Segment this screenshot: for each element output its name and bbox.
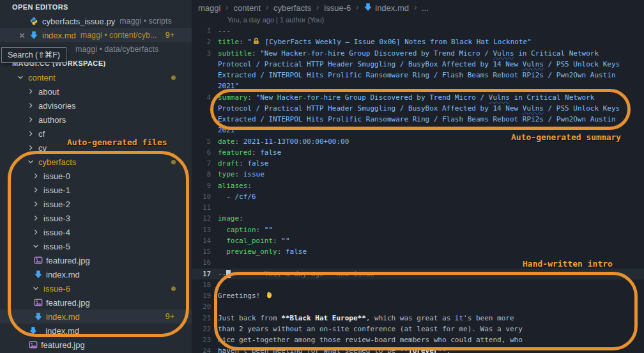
- code-line[interactable]: 16: [192, 257, 644, 268]
- close-icon[interactable]: [17, 30, 27, 40]
- tree-item-issue-6[interactable]: issue-6: [0, 281, 192, 295]
- breadcrumb-item[interactable]: cyberfacts: [273, 3, 311, 13]
- tree-item-issue-4[interactable]: issue-4: [0, 225, 192, 239]
- code-line[interactable]: 19Greetings!: [192, 290, 644, 301]
- line-number: 5: [192, 136, 211, 147]
- tree-item-issue-2[interactable]: issue-2: [0, 197, 192, 211]
- open-editors-header[interactable]: OPEN EDITORS: [0, 0, 192, 14]
- code-line[interactable]: 8type: issue: [192, 169, 644, 180]
- inline-blame: You, a day ago • new issue: [264, 270, 374, 278]
- code-line[interactable]: 2021": [192, 81, 644, 91]
- code-line[interactable]: 13 caption: "": [192, 224, 644, 235]
- tree-item-label: index.md: [46, 270, 80, 279]
- tree-item-featured.jpg[interactable]: featured.jpg: [0, 253, 192, 267]
- code-line[interactable]: 4summary: "New Hacker-for-hire Group Dis…: [192, 92, 644, 103]
- breadcrumb-item[interactable]: index.md: [364, 3, 409, 13]
- code-line[interactable]: Extracted / INTERPOL Hits Prolific Ranso…: [192, 70, 644, 81]
- code-token: false: [286, 247, 307, 256]
- tree-item-index.md[interactable]: index.md9+: [0, 310, 192, 324]
- code-line[interactable]: Extracted / INTERPOL Hits Prolific Ranso…: [192, 114, 644, 125]
- editor-code-area[interactable]: 1---2title: " [CyberFacts Weekly — Issue…: [192, 26, 644, 353]
- code-line[interactable]: 23nice get-together among those review-b…: [192, 334, 644, 345]
- code-line[interactable]: 10 - /cf/6: [192, 191, 644, 202]
- code-line[interactable]: 9aliases:: [192, 180, 644, 191]
- code-line[interactable]: 24haven't been meeting for what seemed t…: [192, 345, 644, 353]
- sep-icon: [224, 4, 230, 11]
- code-token: type: [218, 170, 235, 178]
- code-token: Greetings!: [218, 292, 264, 300]
- tree-item-advisories[interactable]: advisories: [0, 98, 192, 113]
- chevron-right-icon[interactable]: [31, 185, 41, 195]
- code-line[interactable]: 1---: [192, 26, 644, 36]
- code-line[interactable]: 17---You, a day ago • new issue: [192, 269, 644, 279]
- chevron-down-icon[interactable]: [15, 72, 26, 82]
- tree-item-featured.jpg[interactable]: featured.jpg: [0, 338, 192, 352]
- chevron-right-icon[interactable]: [31, 199, 41, 209]
- code-line[interactable]: 2021": [192, 125, 644, 136]
- breadcrumb-item[interactable]: issue-6: [324, 3, 351, 13]
- code-token: title: [218, 38, 239, 46]
- code-line[interactable]: 14 focal_point: "": [192, 235, 644, 246]
- breadcrumb-item[interactable]: content: [233, 3, 261, 13]
- code-line[interactable]: 2title: " [CyberFacts Weekly — Issue 0x0…: [192, 36, 644, 47]
- python-icon: [29, 16, 39, 26]
- chevron-right-icon[interactable]: [26, 100, 36, 111]
- tree-item-cyberfacts[interactable]: cyberfacts: [0, 155, 192, 169]
- tree-item-issue-1[interactable]: issue-1: [0, 183, 192, 197]
- code-text: title: " [CyberFacts Weekly — Issue 0x06…: [211, 36, 532, 47]
- tree-item-issue-3[interactable]: issue-3: [0, 211, 192, 225]
- chevron-right-icon[interactable]: [26, 143, 36, 153]
- tree-item-featured.jpg[interactable]: featured.jpg: [0, 295, 192, 310]
- code-line[interactable]: Protocol / Practical HTTP Header Smuggli…: [192, 59, 644, 70]
- chevron-right-icon[interactable]: [26, 86, 36, 97]
- tree-item-issue-5[interactable]: issue-5: [0, 239, 192, 253]
- code-line[interactable]: 7draft: false: [192, 158, 644, 169]
- line-number: 21: [192, 313, 211, 324]
- open-editor-item[interactable]: index.mdmaggi • content/cyb...9+: [0, 28, 192, 42]
- breadcrumb-item[interactable]: maggi: [198, 3, 220, 13]
- tree-item-issue-0[interactable]: issue-0: [0, 169, 192, 183]
- chevron-right-icon[interactable]: [26, 114, 36, 125]
- file-tree: contentaboutadvisoriesauthorscfcvcyberfa…: [0, 70, 192, 352]
- tree-item-label: index.md: [46, 312, 80, 322]
- code-line[interactable]: 20: [192, 301, 644, 312]
- breadcrumb-item[interactable]: ...: [422, 3, 429, 13]
- tree-item-label: cyberfacts: [38, 157, 76, 167]
- code-line[interactable]: Protocol / Practical HTTP Header Smuggli…: [192, 103, 644, 114]
- code-line[interactable]: 18: [192, 279, 644, 290]
- tree-item-cv[interactable]: cv: [0, 141, 192, 155]
- code-line[interactable]: 3subtitle: "New Hacker-for-hire Group Di…: [192, 48, 644, 59]
- chevron-right-icon[interactable]: [26, 129, 36, 139]
- open-editor-item[interactable]: cyberfacts_issue.pymaggi • scripts: [0, 14, 192, 28]
- chevron-right-icon[interactable]: [31, 227, 41, 237]
- line-number: 1: [192, 26, 211, 36]
- code-line[interactable]: 15 preview_only: false: [192, 246, 644, 257]
- tree-item-index.md[interactable]: index.md: [0, 267, 192, 281]
- line-number: 4: [192, 92, 211, 103]
- code-text: focal_point: "": [211, 235, 290, 246]
- tree-item-about[interactable]: about: [0, 84, 192, 98]
- code-line[interactable]: 21Just back from **Black Hat Europe**, w…: [192, 313, 644, 324]
- code-text: than 2 years without an on-site conferen…: [211, 324, 523, 334]
- chevron-down-icon[interactable]: [26, 157, 36, 167]
- tree-item-content[interactable]: content: [0, 70, 192, 84]
- code-line[interactable]: 6featured: false: [192, 147, 644, 158]
- chevron-down-icon[interactable]: [31, 241, 41, 251]
- code-line[interactable]: 5date: 2021-11-13T00:00:00+00:00: [192, 136, 644, 147]
- chevron-right-icon[interactable]: [31, 213, 41, 223]
- code-line[interactable]: 12image:: [192, 213, 644, 224]
- line-number: 16: [192, 257, 211, 268]
- chevron-down-icon[interactable]: [31, 283, 41, 294]
- chevron-down-icon[interactable]: [2, 2, 12, 12]
- markdown-icon: [364, 3, 372, 13]
- chevron-right-icon[interactable]: [31, 171, 41, 181]
- tree-item-_index.md[interactable]: _index.md: [0, 324, 192, 338]
- code-line[interactable]: 11: [192, 202, 644, 213]
- code-line[interactable]: 22than 2 years without an on-site confer…: [192, 324, 644, 334]
- tree-item-authors[interactable]: authors: [0, 113, 192, 127]
- modified-dot-badge: [171, 75, 176, 80]
- tree-item-label: featured.jpg: [41, 340, 85, 350]
- tree-item-cf[interactable]: cf: [0, 127, 192, 141]
- code-text: Extracted / INTERPOL Hits Prolific Ranso…: [211, 114, 616, 125]
- code-token: :: [273, 237, 281, 245]
